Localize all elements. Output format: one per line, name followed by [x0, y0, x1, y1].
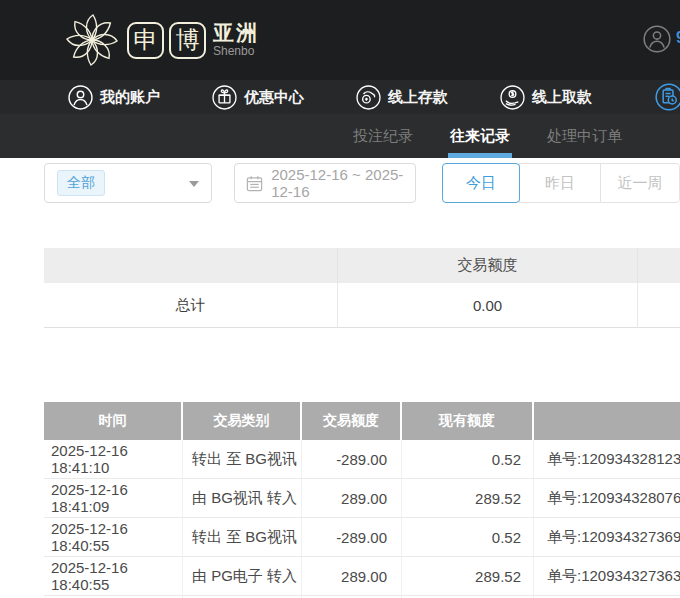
header-amount: 交易额度: [302, 402, 402, 440]
cell-type: 转出 至 BG视讯: [183, 440, 302, 478]
summary-empty-cell: [638, 283, 680, 328]
header-balance: 现有额度: [402, 402, 534, 440]
table-row: 2025-12-16 18:41:09 由 BG视讯 转入 289.00 289…: [44, 479, 680, 518]
cell-order: 单号:120934328123: [534, 440, 680, 478]
tab-label: 投注纪录: [353, 127, 413, 146]
summary-header-row: 交易额度: [44, 248, 680, 283]
summary-total-value: 0.00: [338, 283, 638, 328]
active-tab-underline: [448, 153, 512, 158]
top-brand-bar: 申 博 亚洲 Shenbo 9: [0, 0, 680, 80]
cell-balance: 0.52: [402, 518, 534, 556]
deposit-coin-hand-icon: [356, 85, 381, 110]
cell-type: 转出 至 BG视讯: [183, 518, 302, 556]
cell-balance: 0.52: [402, 440, 534, 478]
tab-label: 往来记录: [450, 127, 510, 146]
nav-item-online-deposit[interactable]: 线上存款: [356, 85, 448, 110]
brand-box-bo: 博: [169, 22, 206, 59]
header-order: [534, 402, 680, 440]
tab-transaction-records[interactable]: 往来记录: [450, 114, 510, 158]
yesterday-button[interactable]: 昨日: [519, 163, 601, 203]
cell-amount: 289.00: [302, 557, 402, 595]
main-nav: 我的账户 优惠中心: [0, 80, 680, 114]
gift-icon: [212, 85, 237, 110]
transaction-records-icon[interactable]: [655, 83, 680, 111]
chevron-down-icon: [189, 181, 199, 187]
transaction-table: 时间 交易类别 交易额度 现有额度 2025-12-16 18:41:10 转出…: [44, 402, 680, 598]
cell-type: 由 PG电子 转入: [183, 557, 302, 595]
header-time: 时间: [44, 402, 183, 440]
date-range-text: 2025-12-16 ~ 2025-12-16: [271, 166, 415, 200]
cell-balance: 289.52: [402, 479, 534, 517]
summary-total-row: 总计 0.00: [44, 283, 680, 328]
cell-time: 2025-12-16 18:41:09: [44, 479, 183, 517]
cell-order: 单号:120934327363: [534, 557, 680, 595]
quick-date-buttons: 今日 昨日 近一周: [442, 163, 680, 203]
flower-logo-icon: [64, 12, 120, 68]
nav-label: 线上取款: [532, 88, 592, 107]
nav-item-promotions[interactable]: 优惠中心: [212, 85, 304, 110]
cell-time: 2025-12-16 18:40:55: [44, 518, 183, 556]
transaction-type-select[interactable]: 全部: [44, 163, 212, 203]
tab-pending-orders[interactable]: 处理中订单: [547, 114, 622, 158]
cell-type: 由 BG视讯 转入: [183, 479, 302, 517]
calendar-icon: [246, 175, 263, 192]
tab-label: 处理中订单: [547, 127, 622, 146]
cell-time: 2025-12-16 18:41:10: [44, 440, 183, 478]
today-button[interactable]: 今日: [442, 163, 520, 203]
user-avatar-icon[interactable]: [643, 25, 671, 53]
withdraw-coin-hand-icon: [500, 85, 525, 110]
filter-bar: 全部 2025-12-16 ~ 2025-12-16 今日 昨日 近一周: [44, 163, 680, 203]
selected-type-tag: 全部: [57, 170, 105, 196]
date-range-input[interactable]: 2025-12-16 ~ 2025-12-16: [234, 163, 416, 203]
cell-time: 2025-12-16 18:40:55: [44, 557, 183, 595]
nav-label: 我的账户: [100, 88, 160, 107]
nav-label: 优惠中心: [244, 88, 304, 107]
brand-box-shen: 申: [127, 22, 164, 59]
nav-item-my-account[interactable]: 我的账户: [68, 85, 160, 110]
table-row: 2025-12-16 18:40:55 由 PG电子 转入 289.00 289…: [44, 557, 680, 596]
header-type: 交易类别: [183, 402, 302, 440]
cell-amount: -289.00: [302, 518, 402, 556]
cell-amount: 289.00: [302, 479, 402, 517]
username-partial-text[interactable]: 9: [676, 29, 680, 47]
summary-header-amount: 交易额度: [338, 248, 638, 283]
cell-order: 单号:120934327369: [534, 518, 680, 556]
table-row: 2025-12-16 18:40:55 转出 至 BG视讯 -289.00 0.…: [44, 518, 680, 557]
table-row: 2025-12-16 18:41:10 转出 至 BG视讯 -289.00 0.…: [44, 440, 680, 479]
summary-header-empty: [638, 248, 680, 283]
records-tab-bar: 投注纪录 往来记录 处理中订单: [0, 114, 680, 158]
account-icon: [68, 85, 93, 110]
transaction-table-header: 时间 交易类别 交易额度 现有额度: [44, 402, 680, 440]
brand-latin-text: Shenbo: [213, 44, 259, 58]
last-week-button[interactable]: 近一周: [600, 163, 680, 203]
summary-total-label: 总计: [44, 283, 338, 328]
summary-header-empty: [44, 248, 338, 283]
cell-order: 单号:120934328076: [534, 479, 680, 517]
nav-item-online-withdrawal[interactable]: 线上取款: [500, 85, 592, 110]
tab-betting-records[interactable]: 投注纪录: [353, 114, 413, 158]
cell-balance: 289.52: [402, 557, 534, 595]
brand-region-text: 亚洲: [213, 22, 259, 44]
nav-label: 线上存款: [388, 88, 448, 107]
cell-amount: -289.00: [302, 440, 402, 478]
summary-table: 交易额度 总计 0.00: [44, 248, 680, 328]
page: 申 博 亚洲 Shenbo 9 我的账户: [0, 0, 680, 598]
